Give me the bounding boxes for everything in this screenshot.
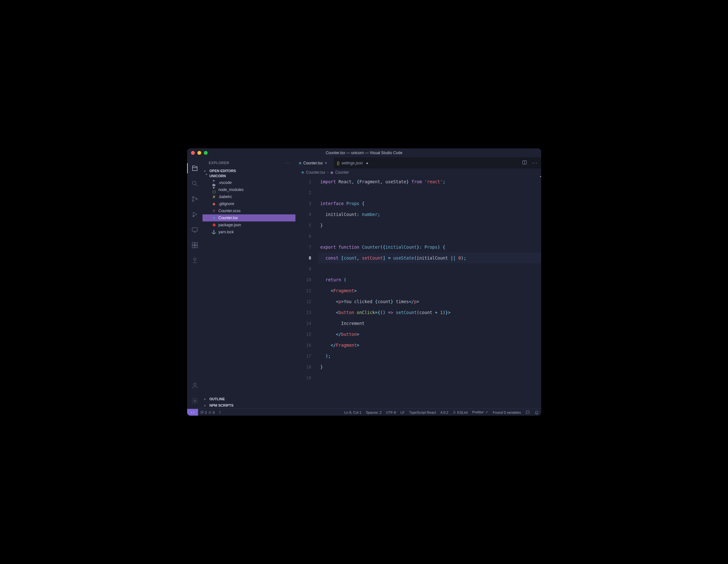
tree-file[interactable]: 𝐵.babelrc	[203, 193, 295, 200]
section-project[interactable]: › UNICORN	[203, 173, 295, 178]
status-ts-version[interactable]: 4.0.2	[438, 410, 451, 415]
breadcrumbs[interactable]: ⬘ Counter.tsx › ◈ Counter	[295, 169, 541, 176]
activity-remote-explorer-icon[interactable]	[187, 222, 203, 237]
status-language[interactable]: TypeScript React	[407, 410, 438, 415]
editor-tab[interactable]: ⬘Counter.tsx×	[295, 157, 334, 169]
close-window-button[interactable]	[191, 151, 195, 155]
code-content[interactable]: import React, {Fragment, useState} from …	[319, 176, 541, 409]
activity-gitlens-icon[interactable]	[187, 253, 203, 268]
line-number[interactable]: 13	[295, 307, 311, 318]
code-line[interactable]: initialCount: number;	[319, 209, 541, 220]
line-number[interactable]: 4	[295, 209, 311, 220]
status-problems[interactable]: ⓧ2 ⚠0	[198, 410, 217, 415]
activity-settings-icon[interactable]	[187, 393, 203, 409]
code-line[interactable]: <button onClick={() => setCount(count + …	[319, 307, 541, 318]
code-line[interactable]	[319, 187, 541, 198]
status-variables[interactable]: Found 0 variables	[491, 410, 523, 415]
editor-tab[interactable]: {}settings.json×	[334, 157, 372, 169]
section-outline[interactable]: › OUTLINE	[203, 396, 295, 402]
code-line[interactable]: const [count, setCount] = useState(initi…	[319, 253, 541, 263]
line-number[interactable]: 16	[295, 340, 311, 351]
line-number[interactable]: 12	[295, 296, 311, 307]
line-number[interactable]: 2	[295, 187, 311, 198]
code-line[interactable]: <Fragment>	[319, 285, 541, 296]
code-line[interactable]: }	[319, 220, 541, 231]
code-line[interactable]	[319, 231, 541, 242]
tree-folder[interactable]: ▸ ⬡node_modules	[203, 186, 295, 193]
scss-icon: #	[211, 209, 217, 213]
line-number[interactable]: 10	[295, 274, 311, 285]
line-number[interactable]: 8	[295, 253, 311, 263]
breadcrumb-symbol[interactable]: Counter	[335, 170, 349, 175]
line-number[interactable]: 9	[295, 263, 311, 274]
code-line[interactable]: }	[319, 361, 541, 372]
activity-extensions-icon[interactable]	[187, 237, 203, 253]
section-open-editors[interactable]: › OPEN EDITORS	[203, 168, 295, 173]
status-bell-icon[interactable]	[532, 410, 541, 415]
activity-search-icon[interactable]	[187, 176, 203, 191]
line-number[interactable]: 19	[295, 372, 311, 383]
tree-file[interactable]: ⬘Counter.tsx	[203, 214, 295, 221]
code-line[interactable]: interface Props {	[319, 198, 541, 209]
statusbar: ⓧ2 ⚠0 ⟟ Ln 8, Col 1 Spaces: 2 UTF-8 LF T…	[187, 409, 541, 416]
activity-accounts-icon[interactable]	[187, 378, 203, 393]
code-line[interactable]: Increment	[319, 318, 541, 329]
status-eol[interactable]: LF	[398, 410, 407, 415]
line-number[interactable]: 5	[295, 220, 311, 231]
file-label: package.json	[219, 223, 241, 227]
status-eslint[interactable]: ⚠ESLint	[451, 410, 470, 415]
line-number[interactable]: 18	[295, 361, 311, 372]
tree-file[interactable]: ⚓yarn.lock	[203, 228, 295, 236]
tsx-icon: ⬘	[299, 161, 302, 165]
code-line[interactable]: </Fragment>	[319, 340, 541, 351]
status-ports[interactable]: ⟟	[217, 410, 223, 414]
more-actions-icon[interactable]: ···	[532, 160, 538, 166]
code-line[interactable]: );	[319, 351, 541, 361]
file-icon: ⬘	[301, 170, 304, 175]
explorer-more-icon[interactable]: ···	[285, 161, 290, 165]
section-npm-scripts[interactable]: › NPM SCRIPTS	[203, 402, 295, 409]
code-line[interactable]: return (	[319, 274, 541, 285]
code-line[interactable]: import React, {Fragment, useState} from …	[319, 176, 541, 187]
file-tree: ▸ 🖿.vscode▸ ⬡node_modules𝐵.babelrc◆.giti…	[203, 178, 295, 396]
code-editor[interactable]: 12345678910111213141516171819 import Rea…	[295, 176, 541, 409]
remote-indicator[interactable]	[187, 409, 198, 416]
line-number[interactable]: 1	[295, 176, 311, 187]
activity-run-debug-icon[interactable]	[187, 207, 203, 222]
tree-file[interactable]: ◆.gitignore	[203, 200, 295, 207]
activity-source-control-icon[interactable]	[187, 191, 203, 207]
window-controls	[191, 151, 208, 155]
tree-file[interactable]: ⬢package.json	[203, 221, 295, 228]
status-encoding[interactable]: UTF-8	[384, 410, 398, 415]
line-number[interactable]: 6	[295, 231, 311, 242]
line-number[interactable]: 11	[295, 285, 311, 296]
file-label: node_modules	[219, 187, 244, 192]
line-number[interactable]: 17	[295, 351, 311, 361]
code-line[interactable]: </button>	[319, 329, 541, 340]
line-number[interactable]: 7	[295, 242, 311, 253]
status-feedback-icon[interactable]	[523, 410, 532, 415]
status-prettier[interactable]: Prettier: ✓	[470, 410, 491, 415]
package-icon: ▸ ⬡	[211, 185, 217, 194]
minimize-window-button[interactable]	[197, 151, 201, 155]
activity-explorer-icon[interactable]	[187, 161, 203, 176]
maximize-window-button[interactable]	[204, 151, 208, 155]
code-line[interactable]: export function Counter({initialCount}: …	[319, 242, 541, 253]
status-cursor-position[interactable]: Ln 8, Col 1	[342, 410, 364, 415]
code-line[interactable]	[319, 263, 541, 274]
explorer-header: EXPLORER ···	[203, 157, 295, 168]
breadcrumb-file[interactable]: Counter.tsx	[306, 170, 326, 175]
close-tab-icon[interactable]: ×	[325, 161, 327, 165]
titlebar[interactable]: Counter.tsx — unicorn — Visual Studio Co…	[187, 148, 541, 157]
code-line[interactable]	[319, 372, 541, 383]
line-number[interactable]: 15	[295, 329, 311, 340]
line-number[interactable]: 14	[295, 318, 311, 329]
split-editor-icon[interactable]	[522, 160, 527, 166]
chevron-down-icon: ›	[205, 174, 209, 178]
code-line[interactable]: <p>You clicked {count} times</p>	[319, 296, 541, 307]
svg-point-10	[194, 258, 196, 260]
status-indentation[interactable]: Spaces: 2	[364, 410, 384, 415]
tree-file[interactable]: #Counter.scss	[203, 207, 295, 214]
line-number[interactable]: 3	[295, 198, 311, 209]
git-icon: ◆	[211, 202, 217, 206]
